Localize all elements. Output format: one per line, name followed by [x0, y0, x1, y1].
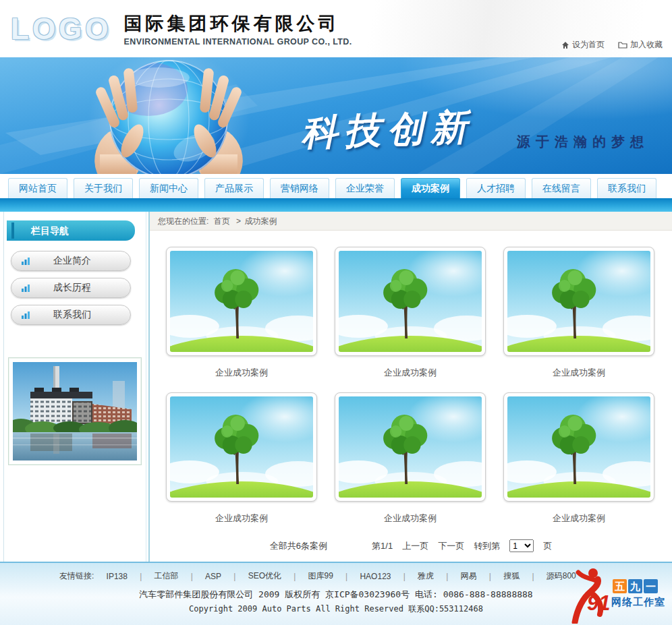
friend-links: 友情链接: IP138|工信部|ASP|SEO优化|图库99|HAO123|雅虎…: [59, 563, 576, 582]
sidebar-item-label: 企业简介: [30, 255, 114, 267]
sidebar-title: 栏目导航: [7, 220, 135, 241]
tree-photo: [170, 396, 313, 498]
friend-link-separator: |: [233, 572, 235, 581]
company-name-cn: 国际集团环保有限公司: [124, 11, 352, 36]
friend-link-8[interactable]: 搜狐: [503, 570, 520, 582]
breadcrumb-prefix: 您现在的位置:: [158, 216, 208, 226]
sidebar-item[interactable]: 联系我们: [11, 305, 131, 325]
company-name-en: ENVIRONMENTAL INTERNATIONAL GROUP CO., L…: [124, 37, 352, 47]
nav-tab-9[interactable]: 联系我们: [597, 178, 656, 198]
tree-photo: [339, 396, 482, 498]
tree-photo: [170, 251, 313, 352]
studio-tile-0: 五: [613, 579, 627, 593]
friend-link-1[interactable]: 工信部: [154, 570, 178, 582]
case-caption[interactable]: 企业成功案例: [335, 512, 486, 525]
sidebar-item[interactable]: 企业简介: [11, 251, 131, 271]
chart-bars-icon: [21, 283, 30, 293]
studio-tile-1: 九: [628, 579, 642, 593]
breadcrumb-home[interactable]: 首页: [214, 216, 230, 226]
content: 您现在的位置: 首页 > 成功案例: [150, 212, 672, 562]
friend-link-3[interactable]: SEO优化: [248, 570, 281, 582]
friend-link-7[interactable]: 网易: [461, 570, 477, 582]
banner: 科技创新 源于浩瀚的梦想: [0, 57, 672, 174]
studio-tile-2: 一: [644, 579, 658, 593]
friend-link-6[interactable]: 雅虎: [418, 570, 434, 582]
banner-slogan-main: 科技创新: [300, 103, 474, 158]
friend-link-separator: |: [293, 572, 296, 581]
case-caption[interactable]: 企业成功案例: [166, 367, 317, 379]
footer: 友情链接: IP138|工信部|ASP|SEO优化|图库99|HAO123|雅虎…: [0, 562, 672, 625]
nav-tab-8[interactable]: 在线留言: [532, 178, 591, 198]
case-caption[interactable]: 企业成功案例: [503, 512, 654, 525]
add-favorite-label: 加入收藏: [630, 39, 663, 51]
sidebar-photo: [8, 357, 142, 465]
case-item: 企业成功案例: [335, 392, 486, 538]
nav-tab-5[interactable]: 企业荣誉: [335, 178, 395, 198]
set-home-label: 设为首页: [572, 39, 605, 51]
pagination: 全部共6条案例 第1/1 上一页 下一页 转到第 1 页: [150, 539, 672, 552]
tree-photo: [339, 251, 482, 352]
nav-tabs: 网站首页关于我们新闻中心产品展示营销网络企业荣誉成功案例人才招聘在线留言联系我们: [0, 174, 672, 198]
sidebar: 栏目导航 企业简介 成长历程 联系我们: [0, 212, 150, 562]
studio-logo: 91 五九一 网络工作室: [568, 566, 669, 624]
nav-tab-3[interactable]: 产品展示: [204, 178, 264, 198]
case-image[interactable]: [335, 247, 486, 356]
nav-strip: [0, 198, 672, 212]
studio-number: 91: [587, 591, 610, 616]
case-image[interactable]: [503, 247, 654, 356]
logo: LOGO: [11, 12, 112, 46]
site-header: LOGO 国际集团环保有限公司 ENVIRONMENTAL INTERNATIO…: [0, 0, 672, 57]
quick-links: 设为首页 加入收藏: [561, 39, 663, 51]
friend-link-5[interactable]: HAO123: [360, 572, 391, 581]
page-select[interactable]: 1: [509, 539, 534, 552]
set-home-link[interactable]: 设为首页: [561, 39, 605, 51]
sidebar-items: 企业简介 成长历程 联系我们: [0, 251, 148, 325]
case-image[interactable]: [503, 392, 654, 502]
nav-tab-1[interactable]: 关于我们: [74, 178, 133, 198]
case-item: 企业成功案例: [335, 247, 486, 392]
chart-bars-icon: [21, 310, 30, 320]
case-image[interactable]: [335, 392, 486, 502]
nav-tab-0[interactable]: 网站首页: [8, 178, 67, 198]
home-icon: [561, 41, 569, 49]
page-info: 第1/1: [372, 540, 393, 552]
case-image[interactable]: [166, 392, 317, 502]
tree-photo: [507, 396, 650, 498]
nav-tab-6-active[interactable]: 成功案例: [401, 178, 460, 198]
main-area: 栏目导航 企业简介 成长历程 联系我们: [0, 212, 672, 562]
case-item: 企业成功案例: [503, 247, 654, 392]
sidebar-title-label: 栏目导航: [31, 225, 69, 236]
friend-link-separator: |: [446, 572, 448, 581]
total-count: 全部共6条案例: [270, 540, 327, 552]
case-caption[interactable]: 企业成功案例: [166, 512, 317, 525]
prev-page-link[interactable]: 上一页: [402, 540, 428, 552]
breadcrumb-current: 成功案例: [244, 216, 277, 226]
breadcrumb: 您现在的位置: 首页 > 成功案例: [150, 212, 672, 231]
page: LOGO 国际集团环保有限公司 ENVIRONMENTAL INTERNATIO…: [0, 0, 672, 625]
friend-link-separator: |: [403, 572, 405, 581]
nav-tab-4[interactable]: 营销网络: [270, 178, 329, 198]
company-titles: 国际集团环保有限公司 ENVIRONMENTAL INTERNATIONAL G…: [124, 11, 352, 47]
main-nav: 网站首页关于我们新闻中心产品展示营销网络企业荣誉成功案例人才招聘在线留言联系我们: [0, 174, 672, 212]
sidebar-item[interactable]: 成长历程: [11, 278, 131, 298]
friend-link-4[interactable]: 图库99: [308, 570, 333, 582]
case-image[interactable]: [166, 247, 317, 356]
case-caption[interactable]: 企业成功案例: [335, 367, 486, 379]
sidebar-item-label: 成长历程: [30, 282, 114, 294]
factory-image: [13, 362, 137, 460]
friend-link-0[interactable]: IP138: [107, 572, 128, 581]
case-caption[interactable]: 企业成功案例: [503, 367, 654, 379]
tree-photo: [507, 251, 650, 352]
cases-grid: 企业成功案例: [150, 231, 672, 538]
goto-prefix: 转到第: [474, 540, 500, 552]
next-page-link[interactable]: 下一页: [438, 540, 464, 552]
friend-link-2[interactable]: ASP: [205, 572, 221, 581]
friend-link-separator: |: [191, 572, 193, 581]
studio-name: 网络工作室: [611, 596, 665, 609]
nav-tab-2[interactable]: 新闻中心: [139, 178, 198, 198]
add-favorite-link[interactable]: 加入收藏: [618, 39, 663, 51]
banner-slogan-sub: 源于浩瀚的梦想: [517, 133, 649, 151]
nav-tab-7[interactable]: 人才招聘: [466, 178, 526, 198]
friend-link-separator: |: [140, 572, 142, 581]
friend-link-separator: |: [489, 572, 491, 581]
